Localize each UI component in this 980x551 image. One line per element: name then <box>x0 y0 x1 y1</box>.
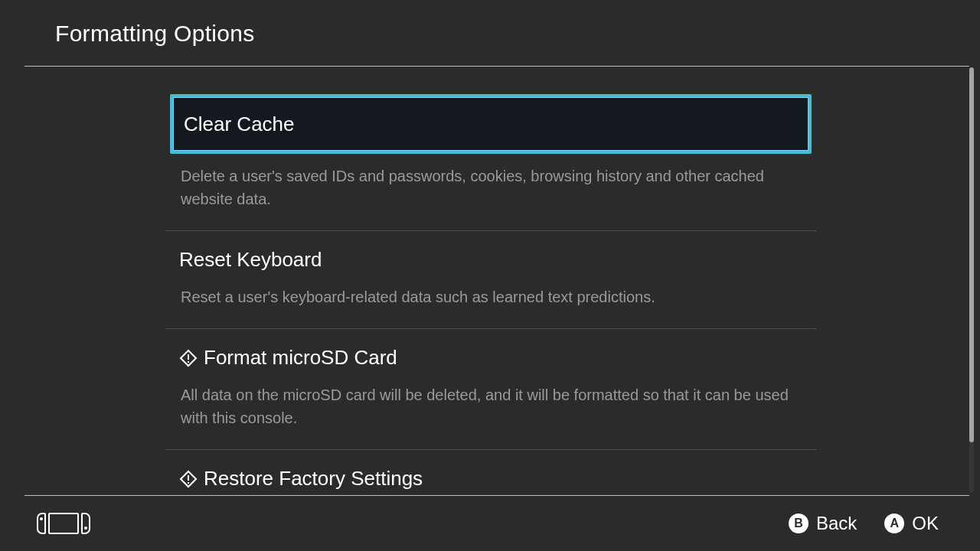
option-description: Delete a user's saved IDs and passwords,… <box>170 165 812 210</box>
page-header: Formatting Options <box>0 0 980 67</box>
options-list: Clear Cache Delete a user's saved IDs an… <box>165 67 816 491</box>
a-button-icon: A <box>884 514 904 533</box>
controller-icon <box>37 512 92 535</box>
option-title: Reset Keyboard <box>170 248 812 272</box>
scrollbar-track[interactable] <box>969 67 974 493</box>
option-description: Reset a user's keyboard-related data suc… <box>170 285 812 308</box>
option-reset-keyboard[interactable]: Reset Keyboard Reset a user's keyboard-r… <box>165 231 816 329</box>
content-area: Clear Cache Delete a user's saved IDs an… <box>0 67 980 496</box>
page-title: Formatting Options <box>55 21 255 47</box>
svg-rect-2 <box>188 475 189 481</box>
hint-back-label: Back <box>816 513 857 534</box>
option-title-text: Restore Factory Settings <box>204 467 423 491</box>
option-restore-factory-settings[interactable]: Restore Factory Settings <box>165 450 816 491</box>
option-clear-cache[interactable]: Clear Cache Delete a user's saved IDs an… <box>165 94 816 231</box>
warning-icon <box>179 349 198 367</box>
hint-back: B Back <box>789 513 857 534</box>
hint-ok-label: OK <box>912 513 939 534</box>
button-hints: B Back A OK <box>789 513 939 534</box>
option-title: Format microSD Card <box>170 346 812 370</box>
svg-rect-1 <box>188 361 189 363</box>
b-button-icon: B <box>789 514 808 533</box>
option-title: Clear Cache <box>184 112 295 136</box>
option-format-microsd[interactable]: Format microSD Card All data on the micr… <box>165 329 816 450</box>
svg-rect-0 <box>188 354 189 360</box>
footer-bar: B Back A OK <box>0 496 980 551</box>
option-title-text: Format microSD Card <box>204 346 397 370</box>
option-title: Restore Factory Settings <box>170 467 812 491</box>
scrollbar-thumb[interactable] <box>969 67 974 442</box>
option-description: All data on the microSD card will be del… <box>170 383 812 429</box>
option-selected-highlight: Clear Cache <box>170 94 812 154</box>
warning-icon <box>179 470 198 488</box>
hint-ok: A OK <box>884 513 939 534</box>
svg-rect-3 <box>188 482 189 484</box>
